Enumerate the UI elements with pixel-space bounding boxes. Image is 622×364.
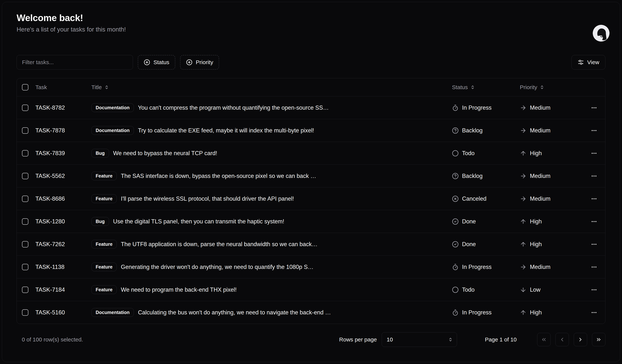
task-id: TASK-8782	[36, 104, 91, 111]
tasks-app-card: Welcome back! Here's a list of your task…	[2, 2, 620, 362]
task-priority: High	[530, 309, 542, 316]
row-checkbox[interactable]	[22, 127, 28, 134]
arrow-up-icon	[520, 218, 526, 225]
column-header-title-sort-button[interactable]: Title	[91, 84, 109, 90]
row-checkbox[interactable]	[22, 173, 28, 179]
row-checkbox[interactable]	[22, 196, 28, 202]
task-status: Todo	[462, 287, 474, 293]
row-actions-button[interactable]	[588, 261, 600, 273]
select-all-checkbox[interactable]	[22, 84, 28, 90]
row-checkbox[interactable]	[22, 218, 28, 225]
task-priority-cell: High	[518, 241, 583, 248]
caret-sort-icon	[539, 85, 545, 90]
page-title: Welcome back!	[17, 13, 605, 23]
task-priority-cell: High	[518, 150, 583, 157]
chevrons-left-icon	[541, 337, 547, 343]
table-row: TASK-7839 Bug We need to bypass the neur…	[17, 142, 605, 164]
row-actions-button[interactable]	[588, 239, 600, 250]
view-button[interactable]: View	[571, 55, 605, 70]
row-checkbox[interactable]	[22, 309, 28, 316]
task-title: I'll parse the wireless SSL protocol, th…	[121, 195, 294, 202]
row-actions-button[interactable]	[588, 171, 600, 182]
priority-filter-label: Priority	[196, 59, 213, 65]
column-header-priority-sort-button[interactable]: Priority	[520, 84, 545, 90]
circle-icon	[452, 150, 459, 157]
row-checkbox[interactable]	[22, 105, 28, 111]
task-priority: High	[530, 150, 542, 157]
ellipsis-icon	[591, 264, 597, 270]
caret-sort-icon	[470, 85, 475, 90]
row-checkbox[interactable]	[22, 264, 28, 270]
row-actions-button[interactable]	[588, 193, 600, 204]
task-id: TASK-5562	[36, 173, 91, 179]
table-footer: 0 of 100 row(s) selected. Rows per page …	[17, 332, 605, 347]
first-page-button[interactable]	[537, 333, 551, 346]
task-priority: High	[530, 218, 542, 225]
row-actions-button[interactable]	[588, 102, 600, 113]
row-checkbox[interactable]	[22, 241, 28, 248]
row-actions-button[interactable]	[588, 307, 600, 318]
task-status: In Progress	[462, 104, 492, 111]
task-status: In Progress	[462, 264, 492, 270]
ellipsis-icon	[591, 196, 597, 202]
table-row: TASK-7262 Feature The UTF8 application i…	[17, 233, 605, 255]
table-header-row: Task Title Status Priority	[17, 78, 605, 96]
table-row: TASK-7184 Feature We need to program the…	[17, 278, 605, 301]
last-page-button[interactable]	[592, 333, 605, 346]
task-status-cell: Canceled	[450, 195, 518, 202]
column-header-status-sort-button[interactable]: Status	[452, 84, 475, 90]
row-checkbox[interactable]	[22, 150, 28, 156]
task-id: TASK-7262	[36, 241, 91, 248]
ellipsis-icon	[591, 309, 597, 316]
arrow-up-icon	[520, 150, 526, 157]
table-row: TASK-7878 Documentation Try to calculate…	[17, 119, 605, 142]
help-circle-icon	[452, 127, 459, 134]
column-header-priority-label: Priority	[520, 84, 537, 90]
view-button-label: View	[587, 59, 599, 65]
status-filter-label: Status	[154, 59, 169, 65]
task-id: TASK-7184	[36, 287, 91, 293]
task-priority: Medium	[530, 195, 550, 202]
timer-icon	[452, 104, 459, 111]
page-indicator: Page 1 of 10	[485, 336, 517, 343]
task-status-cell: Done	[450, 241, 518, 248]
task-status-cell: Backlog	[450, 173, 518, 179]
task-status-cell: In Progress	[450, 309, 518, 316]
task-status-cell: In Progress	[450, 104, 518, 111]
chevrons-up-down-icon	[448, 337, 453, 342]
previous-page-button[interactable]	[555, 333, 569, 346]
table-row: TASK-5160 Documentation Calculating the …	[17, 301, 605, 324]
priority-filter-button[interactable]: Priority	[180, 55, 219, 70]
row-actions-button[interactable]	[588, 284, 600, 295]
rows-per-page-label: Rows per page	[339, 336, 377, 343]
row-checkbox[interactable]	[22, 287, 28, 293]
table-body: TASK-8782 Documentation You can't compre…	[17, 96, 605, 324]
chevron-right-icon	[577, 337, 583, 343]
user-avatar-button[interactable]	[593, 25, 609, 42]
arrow-up-icon	[520, 241, 526, 248]
next-page-button[interactable]	[574, 333, 587, 346]
rows-per-page-select[interactable]: 10	[382, 332, 457, 347]
task-title: We need to bypass the neural TCP card!	[113, 150, 217, 157]
row-actions-button[interactable]	[588, 216, 600, 227]
status-filter-button[interactable]: Status	[138, 55, 175, 70]
column-header-task: Task	[36, 84, 91, 90]
table-row: TASK-5562 Feature The SAS interface is d…	[17, 164, 605, 187]
task-title: Generating the driver won't do anything,…	[121, 264, 313, 270]
task-priority: Medium	[530, 104, 550, 111]
task-priority: Medium	[530, 127, 550, 134]
avatar-face-icon	[593, 25, 609, 42]
filter-tasks-input[interactable]	[17, 55, 133, 70]
task-status: Canceled	[462, 195, 486, 202]
task-priority-cell: High	[518, 218, 583, 225]
task-title: Try to calculate the EXE feed, maybe it …	[138, 127, 314, 134]
row-actions-button[interactable]	[588, 125, 600, 136]
circle-x-icon	[452, 195, 459, 202]
sliders-icon	[578, 59, 584, 65]
ellipsis-icon	[591, 127, 597, 134]
selection-summary: 0 of 100 row(s) selected.	[22, 336, 339, 343]
task-title: The UTF8 application is down, parse the …	[121, 241, 317, 248]
row-actions-button[interactable]	[588, 148, 600, 159]
task-status-cell: In Progress	[450, 264, 518, 270]
task-title: We need to program the back-end THX pixe…	[121, 287, 237, 293]
